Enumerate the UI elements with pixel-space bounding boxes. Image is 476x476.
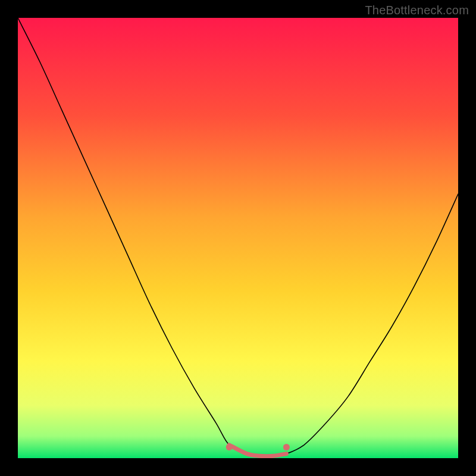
bottleneck-curve [18,18,458,456]
bottleneck-curve-layer [18,18,458,458]
svg-point-1 [226,444,233,450]
flat-region-highlight [229,445,286,456]
chart-frame: TheBottleneck.com [0,0,476,476]
svg-point-2 [283,444,290,450]
plot-area [18,18,458,458]
watermark-text: TheBottleneck.com [365,4,469,17]
